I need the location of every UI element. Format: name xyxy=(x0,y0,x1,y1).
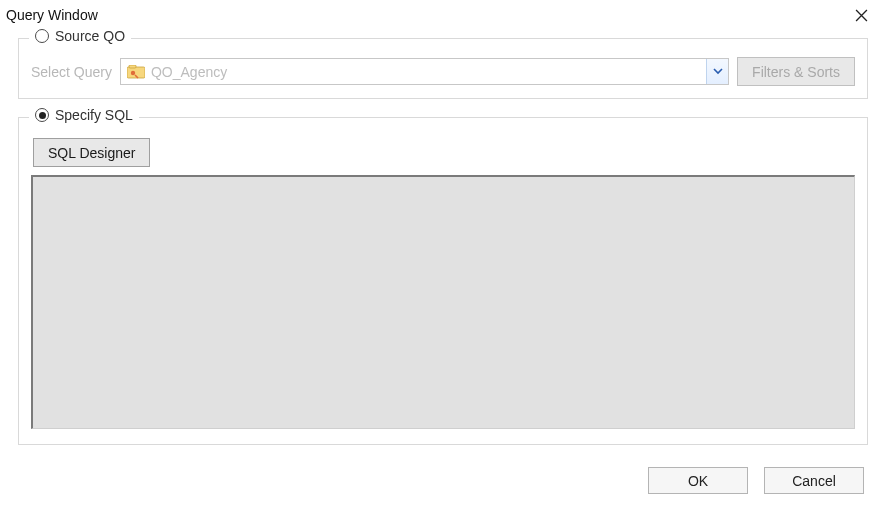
qo-icon xyxy=(127,65,145,79)
svg-rect-1 xyxy=(129,65,136,68)
select-query-label: Select Query xyxy=(31,64,112,80)
specify-sql-radio[interactable] xyxy=(35,108,49,122)
cancel-button[interactable]: Cancel xyxy=(764,467,864,494)
ok-button[interactable]: OK xyxy=(648,467,748,494)
specify-sql-legend: Specify SQL xyxy=(29,107,139,123)
close-button[interactable] xyxy=(846,0,876,30)
close-icon xyxy=(855,9,868,22)
query-select-chevron[interactable] xyxy=(706,59,728,84)
sql-designer-button[interactable]: SQL Designer xyxy=(33,138,150,167)
filters-sorts-button[interactable]: Filters & Sorts xyxy=(737,57,855,86)
titlebar: Query Window xyxy=(0,0,886,30)
svg-point-2 xyxy=(131,70,135,74)
source-qo-radio[interactable] xyxy=(35,29,49,43)
query-select-value: QO_Agency xyxy=(151,64,227,80)
specify-sql-group: Specify SQL SQL Designer xyxy=(18,117,868,445)
dialog-footer: OK Cancel xyxy=(0,453,886,494)
specify-sql-legend-label: Specify SQL xyxy=(55,107,133,123)
source-qo-legend: Source QO xyxy=(29,28,131,44)
source-qo-group: Source QO Select Query QO_Agency Fi xyxy=(18,38,868,99)
query-select-combo[interactable]: QO_Agency xyxy=(120,58,729,85)
sql-textarea[interactable] xyxy=(31,175,855,429)
source-qo-legend-label: Source QO xyxy=(55,28,125,44)
window-title: Query Window xyxy=(6,7,98,23)
chevron-down-icon xyxy=(713,68,723,75)
